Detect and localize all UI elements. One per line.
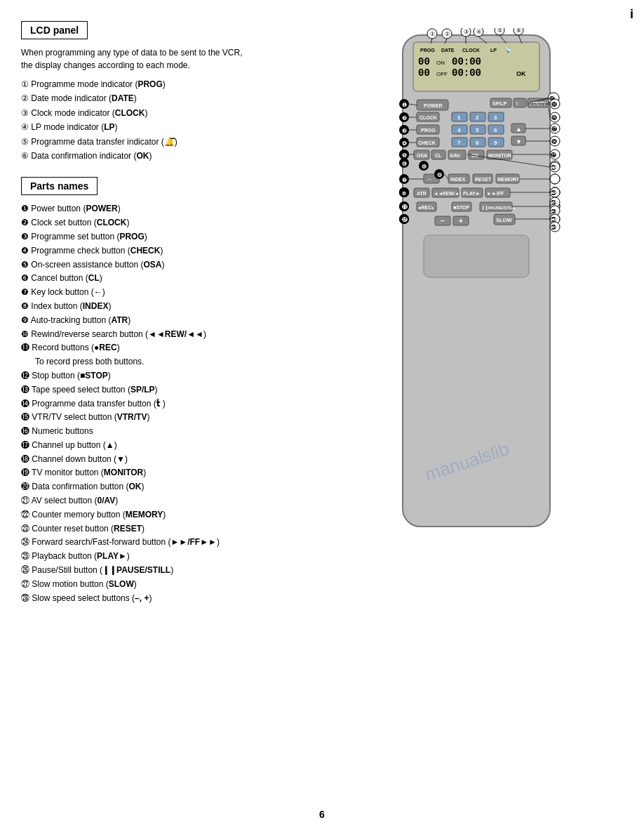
list-item: ④ LP mode indicator (LP) xyxy=(21,120,323,134)
list-item: ❿ Rewind/reverse search button (◄◄REW/◄◄… xyxy=(21,328,323,342)
list-item: ① Programme mode indicator (PROG) xyxy=(21,77,323,91)
svg-text:❼: ❼ xyxy=(402,177,407,183)
svg-text:–: – xyxy=(441,217,445,225)
svg-text:00: 00 xyxy=(418,67,430,79)
svg-text:OSA: OSA xyxy=(417,153,427,158)
svg-text:MEMORY: MEMORY xyxy=(497,177,520,182)
svg-text:LP: LP xyxy=(490,48,497,53)
svg-text:PLAY►: PLAY► xyxy=(463,191,481,196)
svg-text:7: 7 xyxy=(457,140,461,146)
lcd-panel-title: LCD panel xyxy=(21,21,88,39)
list-item: ⑤ Programme data transfer indicator (🔔̅) xyxy=(21,135,323,149)
svg-text:❸: ❸ xyxy=(402,128,407,134)
svg-text:RESET: RESET xyxy=(475,177,492,182)
list-item: ❸ Programme set button (PROG) xyxy=(21,230,323,244)
svg-text:㉑: ㉑ xyxy=(551,165,556,171)
list-item: ⓱ Channel up button (▲) xyxy=(21,439,323,453)
svg-text:⓱: ⓱ xyxy=(551,126,557,133)
svg-text:❿: ❿ xyxy=(402,191,406,196)
lcd-list: ① Programme mode indicator (PROG) ② Date… xyxy=(21,77,323,163)
svg-text:PROG: PROG xyxy=(421,128,436,133)
svg-text:⓯: ⓯ xyxy=(551,115,557,121)
svg-text:ATR: ATR xyxy=(417,191,427,196)
svg-text:3: 3 xyxy=(494,114,497,121)
list-item: ② Date mode indicator (DATE) xyxy=(21,91,323,105)
lcd-panel-section: LCD panel When programming any type of d… xyxy=(21,21,323,163)
svg-text:⓮: ⓮ xyxy=(551,102,557,108)
svg-text:8: 8 xyxy=(476,140,479,146)
svg-text:❙❙PAUSE/STILL: ❙❙PAUSE/STILL xyxy=(481,206,516,211)
svg-text:▼: ▼ xyxy=(516,138,522,145)
list-item: ㉘ Slow speed select buttons (–, +) xyxy=(21,592,323,606)
list-item: ㉒ Counter memory button (MEMORY) xyxy=(21,508,323,522)
svg-text:▲: ▲ xyxy=(516,126,522,133)
svg-text:SP/LP: SP/LP xyxy=(492,101,507,106)
list-item: ❾ Auto-tracking button (ATR) xyxy=(21,314,323,328)
svg-text:MONITOR: MONITOR xyxy=(488,153,511,158)
svg-text:4: 4 xyxy=(457,127,461,133)
list-item: ❶ Power button (POWER) xyxy=(21,202,323,216)
svg-text:POWER: POWER xyxy=(424,103,442,108)
svg-text:⓳: ⓳ xyxy=(551,152,556,159)
list-item: ③ Clock mode indicator (CLOCK) xyxy=(21,106,323,120)
list-item: ㉔ Forward search/Fast-forward button (►►… xyxy=(21,536,323,550)
svg-text:CL: CL xyxy=(435,153,442,158)
svg-text:PROG: PROG xyxy=(420,48,435,53)
svg-text:►►/FF: ►►/FF xyxy=(487,191,504,196)
list-item: ⓬ Stop button (■STOP) xyxy=(21,369,323,383)
list-item: ㉗ Slow motion button (SLOW) xyxy=(21,578,323,592)
svg-rect-195 xyxy=(424,235,529,277)
svg-text:㉕: ㉕ xyxy=(551,190,556,197)
list-item: ❻ Cancel button (CL) xyxy=(21,272,323,286)
svg-text:⓫: ⓫ xyxy=(402,204,408,211)
svg-text:❻: ❻ xyxy=(422,164,427,170)
svg-text:①: ① xyxy=(430,31,435,37)
list-item: ㉑ AV select button (0/AV) xyxy=(21,494,323,508)
list-item: ⓮ Programme data transfer button (t̂ ) xyxy=(21,397,323,411)
svg-text:←: ← xyxy=(427,176,433,183)
list-item: ⓭ Tape speed select button (SP/LP) xyxy=(21,383,323,397)
page-corner-mark: i xyxy=(630,7,633,22)
svg-text:CLOCK: CLOCK xyxy=(462,48,480,53)
svg-text:SLOW: SLOW xyxy=(496,217,512,223)
svg-text:③: ③ xyxy=(464,29,469,35)
list-item: ❽ Index button (INDEX) xyxy=(21,300,323,314)
svg-text:■STOP: ■STOP xyxy=(453,205,469,210)
svg-text:2: 2 xyxy=(476,114,479,121)
svg-text:⑥: ⑥ xyxy=(516,28,521,34)
svg-text:0/AV: 0/AV xyxy=(450,153,460,158)
list-item: ㉓ Counter reset button (RESET) xyxy=(21,522,323,536)
svg-text:📡: 📡 xyxy=(504,46,511,53)
list-item: ⑥ Data confirmation indicator (OK) xyxy=(21,149,323,163)
svg-text:ON: ON xyxy=(436,60,445,66)
svg-text:1: 1 xyxy=(457,114,461,121)
svg-text:❽: ❽ xyxy=(437,172,442,178)
svg-text:00: 00 xyxy=(418,56,430,67)
svg-text:DATE: DATE xyxy=(441,48,455,53)
svg-text:❻: ❻ xyxy=(402,161,407,167)
svg-text:❷: ❷ xyxy=(402,115,407,121)
svg-point-128 xyxy=(550,174,560,184)
parts-names-title: Parts names xyxy=(21,177,98,195)
svg-text:❶: ❶ xyxy=(402,102,407,108)
lcd-intro-text: When programming any type of data to be … xyxy=(21,46,323,72)
svg-text:00:00: 00:00 xyxy=(452,56,481,67)
svg-text:5: 5 xyxy=(476,127,479,133)
list-item: ⓫ Record buttons (●REC) xyxy=(21,341,323,355)
list-item: ㉕ Playback button (PLAY►) xyxy=(21,550,323,564)
parts-names-section: Parts names ❶ Power button (POWER) ❷ Clo… xyxy=(21,177,323,605)
list-item: To record press both buttons. xyxy=(21,355,323,369)
list-item: ⓳ TV monitor button (MONITOR) xyxy=(21,466,323,480)
svg-text:❺: ❺ xyxy=(402,152,407,159)
svg-text:◄◄REW/◄◄: ◄◄REW/◄◄ xyxy=(434,191,464,196)
svg-text:CHECK: CHECK xyxy=(418,140,436,145)
svg-text:●REC₁: ●REC₁ xyxy=(418,205,434,210)
list-item: ㉖ Pause/Still button (❙❙PAUSE/STILL) xyxy=(21,564,323,578)
svg-text:OFF: OFF xyxy=(436,71,448,77)
svg-text:⑤: ⑤ xyxy=(497,28,502,34)
svg-rect-38 xyxy=(514,98,526,107)
list-item: ❺ On-screen assistance button (OSA) xyxy=(21,258,323,272)
parts-list: ❶ Power button (POWER) ❷ Clock set butto… xyxy=(21,202,323,605)
svg-text:②: ② xyxy=(445,31,450,37)
svg-text:+: + xyxy=(459,217,463,225)
